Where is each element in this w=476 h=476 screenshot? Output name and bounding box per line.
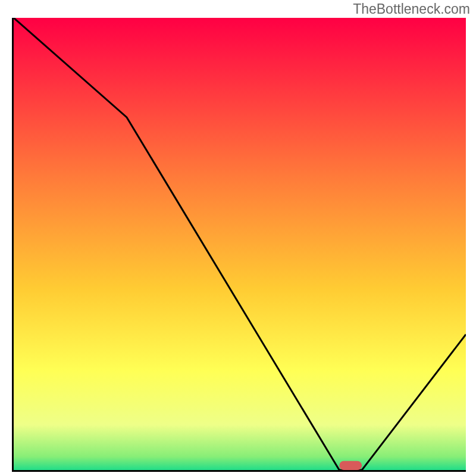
bottleneck-chart-container: TheBottleneck.com: [0, 0, 476, 476]
optimal-point-marker: [339, 461, 362, 470]
plot-area: [12, 18, 466, 472]
gradient-background: [14, 18, 466, 470]
chart-svg: [14, 18, 466, 470]
watermark-text: TheBottleneck.com: [353, 1, 470, 17]
